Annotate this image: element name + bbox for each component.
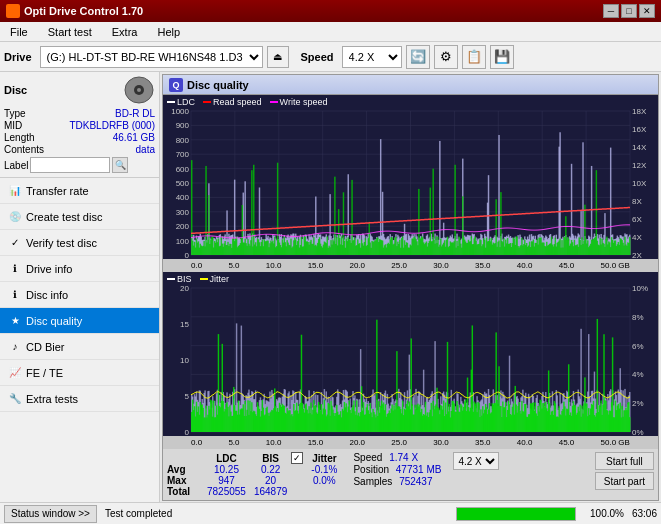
menu-file[interactable]: File <box>4 25 34 39</box>
disc-title: Disc <box>4 84 27 96</box>
title-bar-controls: ─ □ ✕ <box>603 4 655 18</box>
position-value: 47731 MB <box>396 464 442 475</box>
sidebar-item-cd-bier[interactable]: ♪ CD Bier <box>0 334 159 360</box>
disc-section: Disc Type BD-R DL MID TDKBLDRFB (000) Le <box>0 72 159 178</box>
samples-label: Samples <box>353 476 392 487</box>
drive-select[interactable]: (G:) HL-DT-ST BD-RE WH16NS48 1.D3 <box>40 46 263 68</box>
avg-jitter: -0.1% <box>307 464 341 475</box>
sidebar-item-disc-quality-label: Disc quality <box>26 315 82 327</box>
progress-bar <box>456 507 576 521</box>
sidebar-item-disc-info[interactable]: ℹ Disc info <box>0 282 159 308</box>
legend-write-speed: Write speed <box>270 97 328 107</box>
title-bar-left: Opti Drive Control 1.70 <box>6 4 143 18</box>
disc-info-icon: ℹ <box>8 288 22 302</box>
refresh-button[interactable]: 🔄 <box>406 45 430 69</box>
maximize-button[interactable]: □ <box>621 4 637 18</box>
sidebar-item-transfer-rate-label: Transfer rate <box>26 185 89 197</box>
sidebar-item-disc-info-label: Disc info <box>26 289 68 301</box>
write-speed-legend-label: Write speed <box>280 97 328 107</box>
read-speed-legend-dot <box>203 101 211 103</box>
total-label: Total <box>167 486 203 497</box>
fe-te-icon: 📈 <box>8 366 22 380</box>
legend-ldc: LDC <box>167 97 195 107</box>
avg-ldc: 10.25 <box>203 464 250 475</box>
jitter-header: Jitter <box>307 452 341 464</box>
disc-type-value: BD-R DL <box>115 108 155 119</box>
sidebar-item-drive-info-label: Drive info <box>26 263 72 275</box>
jitter-checkbox[interactable]: ✓ <box>291 452 303 464</box>
cd-bier-icon: ♪ <box>8 340 22 354</box>
disc-contents-row: Contents data <box>4 144 155 155</box>
sidebar-item-verify-test-disc[interactable]: ✓ Verify test disc <box>0 230 159 256</box>
disc-mid-value: TDKBLDRFB (000) <box>69 120 155 131</box>
status-text: Test completed <box>105 508 448 519</box>
avg-bis: 0.22 <box>250 464 291 475</box>
app-icon <box>6 4 20 18</box>
disc-info: Type BD-R DL MID TDKBLDRFB (000) Length … <box>4 108 155 173</box>
stats-row: LDC BIS ✓ Jitter Avg 10.25 <box>163 449 658 500</box>
chart1-legend: LDC Read speed Write speed <box>167 97 327 107</box>
menu-start-test[interactable]: Start test <box>42 25 98 39</box>
read-speed-legend-label: Read speed <box>213 97 262 107</box>
position-label: Position <box>353 464 389 475</box>
progress-text: 100.0% <box>584 508 624 519</box>
svg-point-2 <box>137 88 141 92</box>
info-button[interactable]: 📋 <box>462 45 486 69</box>
disc-length-value: 46.61 GB <box>113 132 155 143</box>
menu-bar: File Start test Extra Help <box>0 22 661 42</box>
total-ldc: 7825055 <box>203 486 250 497</box>
sidebar-item-cd-bier-label: CD Bier <box>26 341 65 353</box>
title-bar: Opti Drive Control 1.70 ─ □ ✕ <box>0 0 661 22</box>
disc-mid-label: MID <box>4 120 22 131</box>
start-full-button[interactable]: Start full <box>595 452 654 470</box>
ldc-header: LDC <box>203 452 250 464</box>
close-button[interactable]: ✕ <box>639 4 655 18</box>
disc-label-input[interactable] <box>30 157 110 173</box>
speed-label: Speed <box>301 51 334 63</box>
stats-speed-select[interactable]: 4.2 X <box>453 452 499 470</box>
status-window-button[interactable]: Status window >> <box>4 505 97 523</box>
save-button[interactable]: 💾 <box>490 45 514 69</box>
speed-stat-label: Speed <box>353 452 382 463</box>
disc-length-label: Length <box>4 132 35 143</box>
sidebar-item-drive-info[interactable]: ℹ Drive info <box>0 256 159 282</box>
start-part-button[interactable]: Start part <box>595 472 654 490</box>
chart2-canvas <box>163 272 658 436</box>
minimize-button[interactable]: ─ <box>603 4 619 18</box>
chart2-x-axis: 0.05.010.015.020.025.030.035.040.045.050… <box>163 436 658 449</box>
sidebar-item-disc-quality[interactable]: ★ Disc quality <box>0 308 159 334</box>
disc-header: Disc <box>4 76 155 104</box>
disc-svg-icon <box>123 76 155 104</box>
sidebar-item-transfer-rate[interactable]: 📊 Transfer rate <box>0 178 159 204</box>
chart1-x-axis: 0.05.010.015.020.025.030.035.040.045.050… <box>163 259 658 272</box>
avg-label: Avg <box>167 464 203 475</box>
disc-length-row: Length 46.61 GB <box>4 132 155 143</box>
bis-legend-label: BIS <box>177 274 192 284</box>
disc-quality-icon: ★ <box>8 314 22 328</box>
disc-type-row: Type BD-R DL <box>4 108 155 119</box>
bis-header: BIS <box>250 452 291 464</box>
app-title: Opti Drive Control 1.70 <box>24 5 143 17</box>
quality-icon: Q <box>169 78 183 92</box>
sidebar-item-extra-tests[interactable]: 🔧 Extra tests <box>0 386 159 412</box>
sidebar-item-create-test-disc[interactable]: 💿 Create test disc <box>0 204 159 230</box>
sidebar-item-verify-test-disc-label: Verify test disc <box>26 237 97 249</box>
settings-button[interactable]: ⚙ <box>434 45 458 69</box>
speed-select[interactable]: 4.2 X 2.0 X <box>342 46 402 68</box>
stats-table: LDC BIS ✓ Jitter Avg 10.25 <box>167 452 341 497</box>
speed-position-info: Speed 1.74 X Position 47731 MB Samples 7… <box>353 452 441 487</box>
max-bis: 20 <box>250 475 291 486</box>
menu-extra[interactable]: Extra <box>106 25 144 39</box>
legend-read-speed: Read speed <box>203 97 262 107</box>
sidebar-item-fe-te-label: FE / TE <box>26 367 63 379</box>
legend-jitter: Jitter <box>200 274 230 284</box>
menu-help[interactable]: Help <box>151 25 186 39</box>
status-bar: Status window >> Test completed 100.0% 6… <box>0 502 661 524</box>
extra-tests-icon: 🔧 <box>8 392 22 406</box>
label-icon-button[interactable]: 🔍 <box>112 157 128 173</box>
quality-header: Q Disc quality <box>163 75 658 95</box>
sidebar-item-fe-te[interactable]: 📈 FE / TE <box>0 360 159 386</box>
sidebar-item-create-test-disc-label: Create test disc <box>26 211 102 223</box>
eject-button[interactable]: ⏏ <box>267 46 289 68</box>
chart1-canvas <box>163 95 658 259</box>
